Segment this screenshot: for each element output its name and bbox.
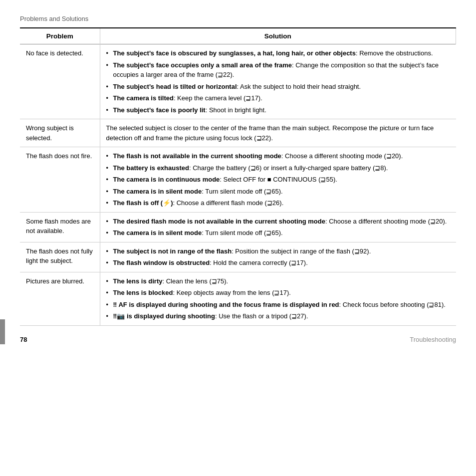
problem-cell-4: The flash does not fully light the subje… — [20, 242, 100, 272]
solution-item-5-2: ‼ AF is displayed during shooting and th… — [106, 300, 450, 310]
section-label: Troubleshooting — [410, 336, 456, 343]
problem-cell-3: Some flash modes are not available. — [20, 212, 100, 242]
solution-item-2-0: The flash is not available in the curren… — [106, 151, 450, 161]
solution-item-0-3: The camera is tilted: Keep the camera le… — [106, 93, 450, 103]
problem-cell-5: Pictures are blurred. — [20, 272, 100, 325]
solution-cell-3: The desired flash mode is not available … — [100, 212, 456, 242]
solution-item-5-3: ‼📷 is displayed during shooting: Use the… — [106, 311, 450, 321]
solution-cell-5: The lens is dirty: Clean the lens (⊒75).… — [100, 272, 456, 325]
solution-item-3-0: The desired flash mode is not available … — [106, 217, 450, 227]
solution-item-2-3: The camera is in silent mode: Turn silen… — [106, 187, 450, 197]
page-header: Problems and Solutions — [20, 15, 456, 22]
solution-item-5-1: The lens is blocked: Keep objects away f… — [106, 288, 450, 298]
solution-item-4-1: The flash window is obstructed: Hold the… — [106, 258, 450, 268]
solution-item-3-1: The camera is in silent mode: Turn silen… — [106, 228, 450, 238]
solution-item-0-4: The subject’s face is poorly lit: Shoot … — [106, 105, 450, 115]
sidebar-tab — [0, 319, 5, 344]
solution-item-2-2: The camera is in continuous mode: Select… — [106, 175, 450, 185]
problem-cell-0: No face is detected. — [20, 44, 100, 119]
solution-item-2-1: The battery is exhausted: Charge the bat… — [106, 163, 450, 173]
page-number: 78 — [20, 336, 27, 343]
solution-item-2-4: The flash is off (⚡): Choose a different… — [106, 198, 450, 208]
solution-cell-4: The subject is not in range of the flash… — [100, 242, 456, 272]
problems-solutions-table: Problem Solution No face is detected.The… — [20, 27, 456, 326]
solution-cell-2: The flash is not available in the curren… — [100, 147, 456, 213]
col-problem-header: Problem — [20, 28, 100, 44]
page: Problems and Solutions Problem Solution … — [0, 0, 476, 363]
problem-cell-1: Wrong subject is selected. — [20, 119, 100, 147]
solution-item-5-0: The lens is dirty: Clean the lens (⊒75). — [106, 276, 450, 286]
page-footer: 78 Troubleshooting — [20, 336, 456, 343]
solution-cell-1: The selected subject is closer to the ce… — [100, 119, 456, 147]
solution-item-0-1: The subject’s face occupies only a small… — [106, 60, 450, 80]
solution-item-0-0: The subject’s face is obscured by sungla… — [106, 48, 450, 58]
solution-item-4-0: The subject is not in range of the flash… — [106, 246, 450, 256]
solution-item-0-2: The subject’s head is tilted or horizont… — [106, 82, 450, 92]
col-solution-header: Solution — [100, 28, 456, 44]
solution-cell-0: The subject’s face is obscured by sungla… — [100, 44, 456, 119]
problem-cell-2: The flash does not fire. — [20, 147, 100, 213]
